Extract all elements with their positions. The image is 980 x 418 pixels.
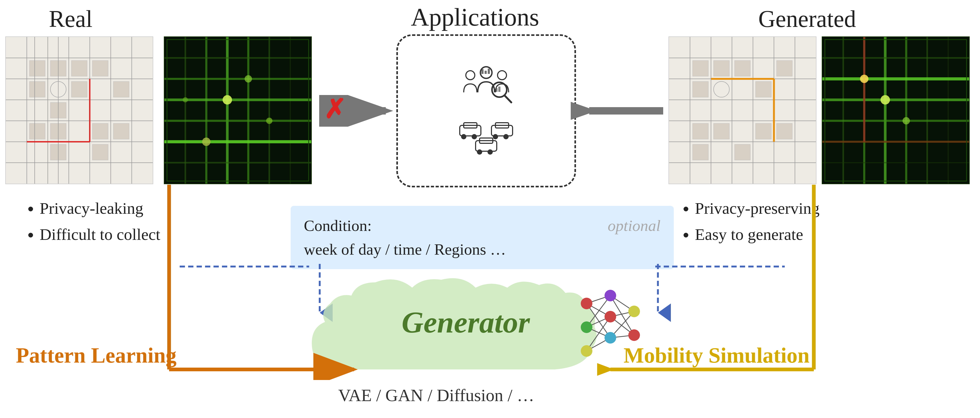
bullet-difficult-collect: Difficult to collect bbox=[40, 222, 161, 247]
svg-rect-110 bbox=[669, 37, 816, 184]
blocked-x-icon: ✗ bbox=[324, 94, 346, 125]
vae-gan-label: VAE / GAN / Diffusion / … bbox=[338, 385, 534, 405]
svg-point-155 bbox=[903, 117, 910, 125]
svg-rect-130 bbox=[714, 124, 730, 139]
title-applications: Applications bbox=[411, 3, 539, 32]
svg-point-72 bbox=[487, 149, 493, 155]
svg-rect-131 bbox=[756, 124, 772, 139]
svg-text:Generator: Generator bbox=[402, 306, 530, 339]
svg-point-97 bbox=[581, 321, 592, 333]
orange-l-arrow bbox=[148, 185, 360, 380]
applications-box bbox=[396, 34, 576, 187]
svg-rect-129 bbox=[692, 124, 708, 139]
title-generated: Generated bbox=[758, 5, 856, 32]
svg-rect-59 bbox=[495, 88, 498, 92]
pattern-learning-label: Pattern Learning bbox=[16, 343, 177, 368]
title-real: Real bbox=[49, 5, 92, 32]
svg-rect-19 bbox=[29, 124, 45, 139]
svg-point-52 bbox=[466, 71, 475, 80]
svg-rect-21 bbox=[92, 124, 108, 139]
svg-rect-133 bbox=[735, 144, 750, 160]
svg-point-71 bbox=[477, 149, 482, 155]
svg-rect-127 bbox=[756, 82, 772, 97]
mobility-simulation-label: Mobility Simulation bbox=[624, 343, 810, 368]
svg-rect-25 bbox=[72, 60, 87, 76]
svg-point-67 bbox=[493, 134, 498, 139]
svg-rect-24 bbox=[92, 144, 108, 160]
svg-rect-55 bbox=[485, 71, 487, 74]
svg-point-48 bbox=[266, 118, 272, 124]
bullets-real: Privacy-leaking Difficult to collect bbox=[21, 195, 161, 247]
svg-rect-15 bbox=[29, 82, 45, 97]
svg-rect-138 bbox=[822, 37, 969, 184]
svg-rect-22 bbox=[113, 124, 129, 139]
svg-rect-124 bbox=[714, 60, 730, 76]
svg-point-46 bbox=[202, 138, 211, 146]
svg-point-153 bbox=[880, 95, 890, 104]
svg-point-98 bbox=[581, 345, 592, 357]
svg-rect-17 bbox=[92, 60, 108, 76]
svg-rect-128 bbox=[776, 60, 792, 76]
svg-point-63 bbox=[461, 134, 466, 139]
svg-rect-32 bbox=[164, 37, 311, 184]
svg-rect-132 bbox=[692, 144, 708, 160]
svg-rect-60 bbox=[498, 87, 500, 92]
svg-point-96 bbox=[581, 298, 592, 309]
svg-rect-134 bbox=[776, 124, 792, 139]
svg-rect-13 bbox=[29, 60, 45, 76]
map-real-streets bbox=[5, 36, 153, 184]
svg-rect-16 bbox=[72, 82, 87, 97]
svg-rect-56 bbox=[488, 69, 490, 74]
svg-point-68 bbox=[503, 134, 509, 139]
svg-point-64 bbox=[472, 134, 477, 139]
svg-rect-125 bbox=[735, 60, 750, 76]
svg-rect-123 bbox=[692, 60, 708, 76]
bullet-privacy-leaking: Privacy-leaking bbox=[40, 195, 161, 222]
svg-rect-54 bbox=[481, 69, 484, 74]
svg-line-58 bbox=[505, 95, 511, 102]
svg-point-47 bbox=[245, 75, 252, 82]
svg-rect-0 bbox=[6, 37, 153, 184]
svg-point-53 bbox=[498, 71, 506, 80]
analytics-icon bbox=[457, 63, 515, 106]
map-real-heatmap bbox=[164, 36, 312, 184]
svg-point-154 bbox=[860, 75, 869, 83]
map-gen-streets bbox=[668, 36, 816, 184]
svg-rect-18 bbox=[113, 82, 129, 97]
main-diagram: Real Applications Generated bbox=[0, 0, 980, 418]
cars-icon bbox=[457, 116, 515, 158]
svg-point-45 bbox=[223, 95, 232, 104]
arrow-gen-to-app bbox=[571, 95, 666, 127]
map-gen-heatmap bbox=[822, 36, 970, 184]
svg-point-49 bbox=[183, 97, 188, 102]
svg-rect-126 bbox=[692, 82, 708, 97]
